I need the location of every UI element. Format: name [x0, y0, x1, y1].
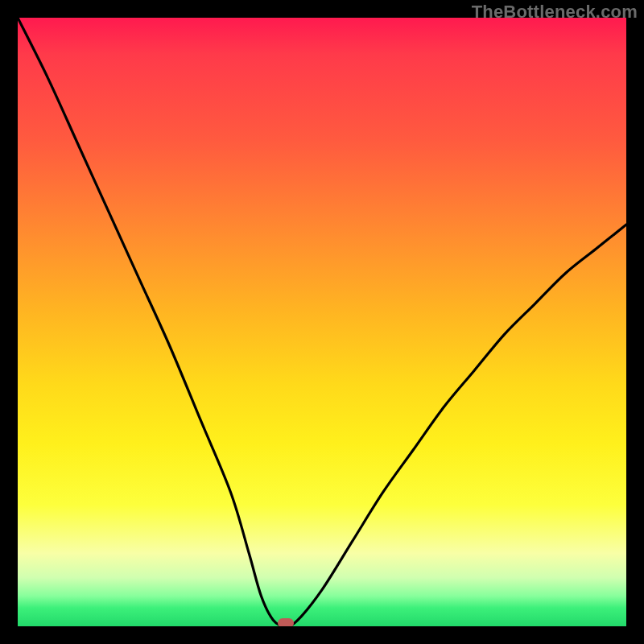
plot-area	[18, 18, 626, 626]
operating-point-marker	[278, 618, 294, 626]
bottleneck-curve	[18, 18, 626, 626]
chart-frame: TheBottleneck.com	[0, 0, 644, 644]
